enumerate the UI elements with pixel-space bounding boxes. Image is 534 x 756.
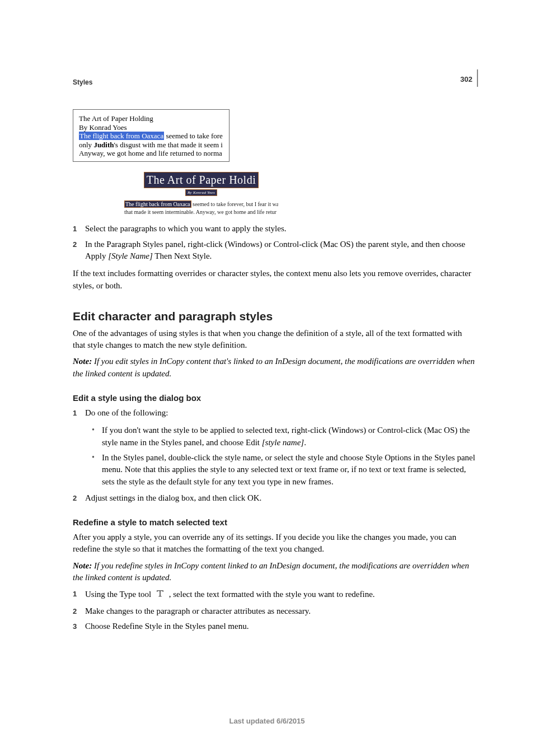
- step-number: 1: [73, 407, 85, 418]
- step-2-text: Adjust settings in the dialog box, and t…: [85, 492, 475, 504]
- step-2-text: Make changes to the paragraph or charact…: [85, 605, 475, 617]
- figure-before-line4: only Judith's disgust with me that made …: [79, 141, 224, 150]
- step-2: 2 In the Paragraph Styles panel, right-c…: [73, 239, 475, 263]
- step-1-text: Select the paragraphs to which you want …: [85, 223, 475, 235]
- figure-after-byline: By Konrad Yoes: [185, 189, 217, 196]
- note-label: Note:: [73, 357, 92, 366]
- step-number: 2: [73, 239, 85, 250]
- bullet-2: In the Styles panel, double-click the st…: [92, 452, 475, 488]
- figure-before-line4-pre: only: [79, 141, 93, 149]
- step-2-em: [Style Name]: [108, 251, 153, 260]
- edit-styles-intro: One of the advantages of using styles is…: [73, 328, 475, 352]
- step-2: 2 Adjust settings in the dialog box, and…: [73, 492, 475, 504]
- figure-before-highlight: The flight back from Oaxaca: [79, 132, 164, 140]
- note-body: If you redefine styles in InCopy content…: [73, 561, 469, 582]
- figure-after-hl: The flight back from Oaxaca: [124, 200, 191, 208]
- step-1: 1 Using the Type tool , select the text …: [73, 588, 475, 601]
- step-number: 2: [73, 605, 85, 617]
- note-redefine-incopy: Note: If you redefine styles in InCopy c…: [73, 560, 475, 584]
- bullet-1-post: .: [304, 438, 306, 447]
- step-1-text: Do one of the following:: [85, 407, 475, 419]
- step-1-post: , select the text formatted with the sty…: [169, 590, 375, 599]
- page-content: The Art of Paper Holding By Konrad Yoes …: [73, 109, 475, 632]
- heading-edit-styles: Edit character and paragraph styles: [73, 310, 475, 323]
- figure-after-body1-rest: seemed to take forever, but I fear it wa: [191, 201, 278, 207]
- figure-before-line3-rest: seemed to take fore: [164, 132, 223, 140]
- step-2-text: In the Paragraph Styles panel, right-cli…: [85, 239, 475, 263]
- step-3: 3 Choose Redefine Style in the Styles pa…: [73, 620, 475, 632]
- figure-before-line5: Anyway, we got home and life returned to…: [79, 149, 224, 158]
- redefine-intro: After you apply a style, you can overrid…: [73, 531, 475, 556]
- figure-before-line3: The flight back from Oaxaca seemed to ta…: [79, 132, 224, 141]
- heading-edit-dialog: Edit a style using the dialog box: [73, 393, 475, 403]
- document-page: Styles 302 The Art of Paper Holding By K…: [0, 0, 534, 756]
- figure-after: The Art of Paper Holdi By Konrad Yoes Th…: [124, 172, 278, 216]
- figure-before-line2: By Konrad Yoes: [79, 123, 224, 132]
- type-tool-icon: [155, 588, 165, 601]
- step-3-text: Choose Redefine Style in the Styles pane…: [85, 620, 475, 632]
- step-1-pre: Using the Type tool: [85, 590, 153, 599]
- figure-after-body: The flight back from Oaxaca seemed to ta…: [124, 200, 278, 216]
- edit-dialog-options: If you don't want the style to be applie…: [92, 424, 475, 487]
- steps-edit-dialog-2: 2 Adjust settings in the dialog box, and…: [73, 492, 475, 504]
- figure-before-line1: The Art of Paper Holding: [79, 114, 224, 123]
- note-label: Note:: [73, 561, 92, 570]
- step-1-text: Using the Type tool , select the text fo…: [85, 588, 475, 601]
- figure-before: The Art of Paper Holding By Konrad Yoes …: [73, 109, 229, 162]
- steps-apply-next-style: 1 Select the paragraphs to which you wan…: [73, 223, 475, 262]
- note-body: If you edit styles in InCopy content tha…: [73, 357, 475, 377]
- figure-after-body2: that made it seem interminable. Anyway, …: [124, 208, 278, 216]
- steps-edit-dialog: 1 Do one of the following:: [73, 407, 475, 419]
- page-number: 302: [460, 69, 478, 87]
- step-number: 1: [73, 223, 85, 234]
- step-number: 1: [73, 588, 85, 599]
- bullet-1: If you don't want the style to be applie…: [92, 424, 475, 449]
- figure-before-line4-bold: Judith: [93, 141, 114, 149]
- step-1: 1 Do one of the following:: [73, 407, 475, 419]
- page-footer: Last updated 6/6/2015: [0, 717, 534, 725]
- figure-after-title: The Art of Paper Holdi: [144, 172, 259, 188]
- running-header: Styles: [73, 78, 92, 86]
- figure-before-line4-rest: 's disgust with me that made it seem i: [114, 141, 223, 149]
- step-2: 2 Make changes to the paragraph or chara…: [73, 605, 475, 617]
- para-overrides-note: If the text includes formatting override…: [73, 268, 475, 292]
- heading-redefine-style: Redefine a style to match selected text: [73, 517, 475, 527]
- step-2-post: Then Next Style.: [153, 251, 212, 260]
- step-number: 2: [73, 492, 85, 503]
- figure-apply-next-style: The Art of Paper Holding By Konrad Yoes …: [73, 109, 475, 216]
- note-edit-incopy: Note: If you edit styles in InCopy conte…: [73, 356, 475, 380]
- steps-redefine: 1 Using the Type tool , select the text …: [73, 588, 475, 632]
- bullet-1-em: [style name]: [262, 438, 304, 447]
- step-number: 3: [73, 620, 85, 632]
- step-1: 1 Select the paragraphs to which you wan…: [73, 223, 475, 235]
